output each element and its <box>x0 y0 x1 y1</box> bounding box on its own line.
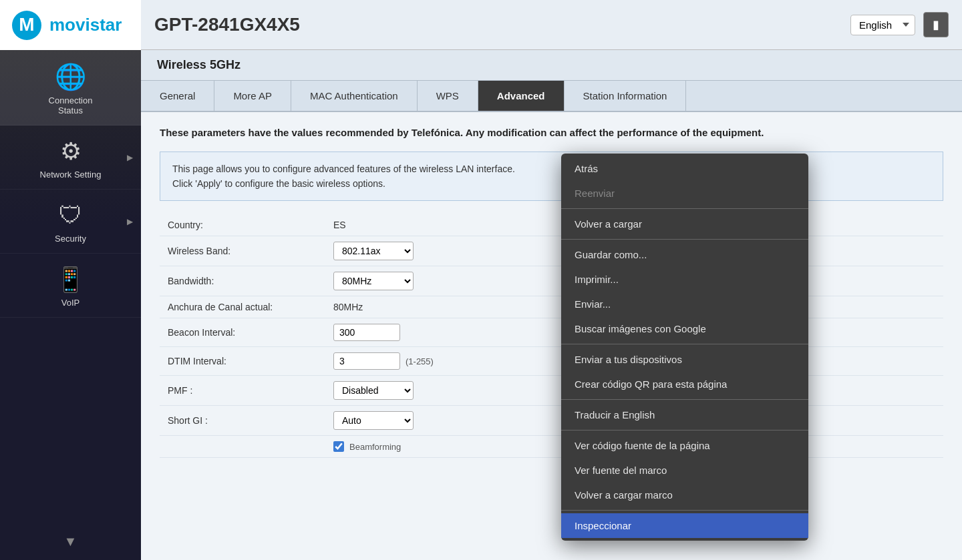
ctx-volver-cargar[interactable]: Volver a cargar <box>561 212 808 236</box>
ctx-imprimir[interactable]: Imprimir... <box>561 267 808 292</box>
ctx-sep-3 <box>561 344 808 344</box>
ctx-sep-1 <box>561 208 808 209</box>
ctx-ver-fuente-marco[interactable]: Ver fuente del marco <box>561 458 808 483</box>
ctx-crear-qr[interactable]: Crear código QR para esta página <box>561 372 808 396</box>
ctx-traducir[interactable]: Traducir a English <box>561 402 808 427</box>
ctx-guardar-como[interactable]: Guardar como... <box>561 242 808 267</box>
ctx-sep-6 <box>561 510 808 511</box>
ctx-sep-5 <box>561 430 808 431</box>
ctx-sep-4 <box>561 399 808 400</box>
ctx-enviar[interactable]: Enviar... <box>561 292 808 316</box>
ctx-ver-codigo[interactable]: Ver código fuente de la página <box>561 433 808 458</box>
ctx-buscar-imagenes[interactable]: Buscar imágenes con Google <box>561 316 808 341</box>
ctx-sep-2 <box>561 239 808 240</box>
ctx-reenviar: Reenviar <box>561 181 808 206</box>
context-menu: Atrás Reenviar Volver a cargar Guardar c… <box>561 154 808 541</box>
ctx-volver-cargar-marco[interactable]: Volver a cargar marco <box>561 483 808 507</box>
ctx-enviar-dispositivos[interactable]: Enviar a tus dispositivos <box>561 347 808 372</box>
context-menu-overlay[interactable]: Atrás Reenviar Volver a cargar Guardar c… <box>0 0 962 560</box>
ctx-inspeccionar[interactable]: Inspeccionar <box>561 513 808 538</box>
ctx-atras[interactable]: Atrás <box>561 156 808 181</box>
